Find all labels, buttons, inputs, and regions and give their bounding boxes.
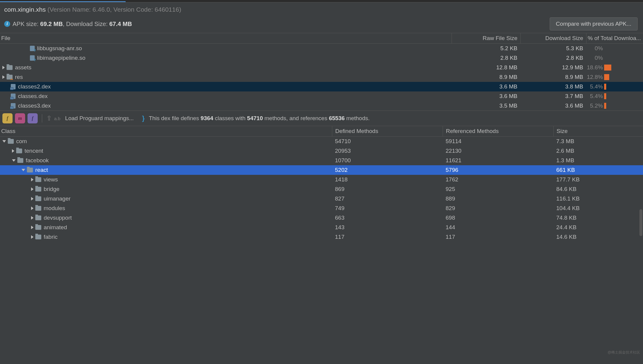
download-size: 12.9 MB (520, 64, 586, 71)
class-size: 177.7 KB (553, 176, 643, 183)
class-row[interactable]: animated14314424.4 KB (0, 223, 643, 232)
defined-methods: 1418 (332, 176, 443, 183)
scrollbar-class-panel[interactable] (639, 209, 642, 236)
col-referenced-methods[interactable]: Referenced Methods (443, 126, 553, 136)
class-name: modules (44, 205, 65, 212)
pct-label: 0% (586, 55, 604, 61)
expand-icon[interactable] (31, 207, 33, 210)
file-name: classes2.dex (18, 83, 51, 90)
file-row[interactable]: classes.dex3.6 MB3.7 MB5.4% (0, 91, 643, 101)
file-name: libbugsnag-anr.so (37, 45, 82, 52)
class-name: fabric (44, 234, 57, 240)
class-row[interactable]: devsupport66369874.8 KB (0, 213, 643, 223)
class-name: views (44, 176, 58, 183)
file-row[interactable]: res8.9 MB8.9 MB12.8% (0, 72, 643, 82)
package-icon (35, 196, 41, 201)
expand-icon[interactable] (2, 66, 5, 69)
class-name: tencent (25, 148, 43, 154)
apk-header: com.xingin.xhs (Version Name: 6.46.0, Ve… (0, 2, 643, 33)
nav-up-icon[interactable]: ⇪ (46, 114, 52, 122)
collapse-icon[interactable] (12, 159, 16, 162)
referenced-methods: 698 (443, 215, 553, 221)
package-icon (35, 215, 41, 220)
dex-toolbar: f m f ⇪ a.b Load Proguard mappings... } … (0, 111, 643, 126)
referenced-methods: 829 (443, 205, 553, 212)
col-file[interactable]: File (0, 33, 452, 43)
class-row[interactable]: facebook10700116211.3 MB (0, 156, 643, 165)
download-size: 3.6 MB (520, 103, 586, 109)
defined-methods: 749 (332, 205, 443, 212)
class-row[interactable]: modules749829104.4 KB (0, 204, 643, 213)
expand-icon[interactable] (31, 178, 33, 181)
pct-bar (604, 65, 611, 71)
expand-icon[interactable] (2, 75, 5, 79)
watermark: @稀土掘金技术社区 (608, 350, 640, 355)
dex-icon (11, 94, 16, 99)
col-raw-size[interactable]: Raw File Size (452, 33, 520, 43)
class-name: bridge (44, 186, 60, 192)
class-row[interactable]: com54710591147.3 MB (0, 137, 643, 146)
expand-icon[interactable] (31, 226, 33, 229)
col-size[interactable]: Size (553, 126, 643, 136)
class-row[interactable]: fabric11711714.6 KB (0, 232, 643, 242)
package-icon (35, 225, 41, 230)
referenced-methods: 889 (443, 195, 553, 202)
class-name: uimanager (44, 195, 71, 202)
expand-icon[interactable] (31, 187, 33, 191)
class-size: 1.3 MB (553, 157, 643, 164)
file-row[interactable]: libimagepipeline.so2.8 KB2.8 KB0% (0, 53, 643, 63)
file-row[interactable]: classes2.dex3.6 MB3.8 MB5.4% (0, 82, 643, 91)
filter-fields-button[interactable]: f (2, 113, 13, 123)
class-table-header: Class Defined Methods Referenced Methods… (0, 126, 643, 137)
file-name: classes3.dex (18, 103, 51, 109)
file-row[interactable]: libbugsnag-anr.so5.2 KB5.3 KB0% (0, 44, 643, 53)
referenced-methods: 1762 (443, 176, 553, 183)
col-pct-total[interactable]: % of Total Downloa... (586, 33, 643, 43)
class-size: 2.6 MB (553, 148, 643, 154)
package-icon (35, 235, 41, 239)
file-row[interactable]: classes3.dex3.5 MB3.6 MB5.2% (0, 101, 643, 111)
raw-size: 3.6 MB (452, 83, 520, 90)
expand-icon[interactable] (12, 149, 14, 153)
defined-methods: 117 (332, 234, 443, 240)
regex-icon[interactable]: a.b (54, 116, 60, 121)
defined-methods: 10700 (332, 157, 443, 164)
class-row[interactable]: uimanager827889116.1 KB (0, 194, 643, 204)
defined-methods: 663 (332, 215, 443, 221)
filter-methods-button[interactable]: m (15, 113, 25, 123)
referenced-methods: 11621 (443, 157, 553, 164)
expand-icon[interactable] (31, 216, 33, 220)
class-size: 84.6 KB (553, 186, 643, 192)
pct-bar (604, 93, 606, 99)
raw-size: 3.5 MB (452, 103, 520, 109)
compare-apk-button[interactable]: Compare with previous APK... (550, 17, 638, 30)
class-size: 7.3 MB (553, 138, 643, 145)
collapse-icon[interactable] (2, 140, 6, 143)
col-class[interactable]: Class (0, 126, 332, 136)
raw-size: 5.2 KB (452, 45, 520, 52)
class-row[interactable]: bridge86992584.6 KB (0, 184, 643, 194)
defined-methods: 827 (332, 195, 443, 202)
toolbar-separator (42, 114, 42, 123)
download-size: 3.7 MB (520, 93, 586, 100)
class-row[interactable]: views14181762177.7 KB (0, 175, 643, 184)
expand-icon[interactable] (31, 235, 33, 239)
pct-bar (604, 84, 606, 90)
class-row[interactable]: react52025796661 KB (0, 165, 643, 175)
raw-size: 8.9 MB (452, 74, 520, 80)
referenced-methods: 59114 (443, 138, 553, 145)
class-size: 661 KB (553, 167, 643, 173)
col-download-size[interactable]: Download Size (520, 33, 586, 43)
file-row[interactable]: assets12.8 MB12.9 MB18.6% (0, 63, 643, 72)
package-icon (27, 168, 33, 172)
dex-icon (11, 84, 16, 89)
class-size: 74.8 KB (553, 215, 643, 221)
defined-methods: 5202 (332, 167, 443, 173)
file-name: res (15, 74, 23, 80)
collapse-icon[interactable] (22, 169, 25, 171)
load-proguard-link[interactable]: Load Proguard mappings... (65, 115, 134, 122)
expand-icon[interactable] (31, 197, 33, 201)
filter-referenced-button[interactable]: f (28, 113, 38, 123)
class-row[interactable]: tencent20953221302.6 MB (0, 146, 643, 156)
col-defined-methods[interactable]: Defined Methods (332, 126, 443, 136)
